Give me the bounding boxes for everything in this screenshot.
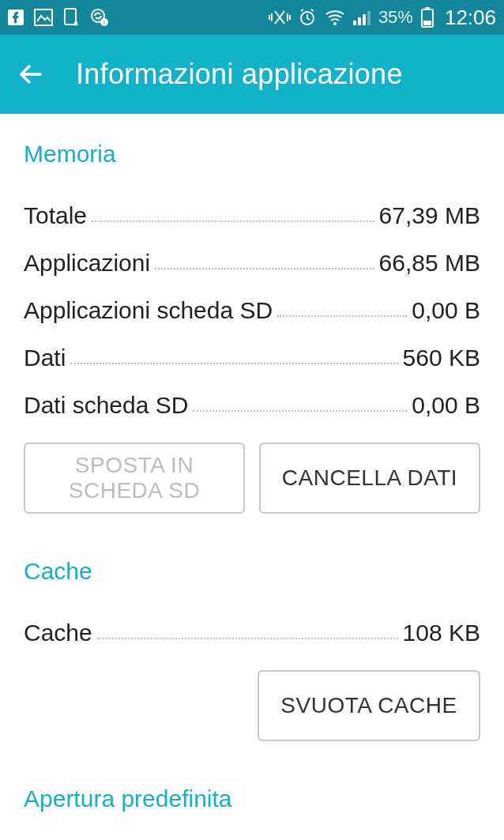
row-data: Dati 560 KB <box>24 345 480 371</box>
row-label: Dati scheda SD <box>24 392 188 419</box>
row-dots <box>97 638 398 639</box>
section-heading-cache: Cache <box>24 558 480 585</box>
row-label: Dati <box>24 345 66 371</box>
svg-rect-9 <box>358 17 361 25</box>
cache-buttons: SVUOTA CACHE <box>24 670 480 741</box>
svg-rect-11 <box>367 11 370 25</box>
clear-data-button[interactable]: CANCELLA DATI <box>259 443 480 514</box>
section-heading-defaults: Apertura predefinita <box>24 785 480 812</box>
row-apps: Applicazioni 66,85 MB <box>24 250 480 277</box>
alarm-icon <box>298 8 317 27</box>
signal-icon <box>353 9 370 25</box>
status-left-icons: i <box>8 8 109 27</box>
battery-percent: 35% <box>378 7 413 28</box>
facebook-icon <box>8 9 24 25</box>
svg-rect-13 <box>425 7 430 9</box>
vibrate-icon <box>269 9 290 26</box>
clear-cache-button[interactable]: SVUOTA CACHE <box>258 670 480 741</box>
status-right-icons: 35% 12:06 <box>269 6 496 30</box>
memory-buttons: SPOSTA IN SCHEDA SD CANCELLA DATI <box>24 443 480 514</box>
row-value: 0,00 B <box>412 392 480 419</box>
svg-rect-8 <box>353 21 356 25</box>
row-label: Applicazioni <box>24 250 150 277</box>
svg-rect-14 <box>423 21 431 25</box>
row-value: 67,39 MB <box>379 202 480 229</box>
svg-rect-10 <box>363 14 366 25</box>
back-button[interactable] <box>16 58 47 90</box>
app-bar: Informazioni applicazione <box>0 35 504 114</box>
row-data-sd: Dati scheda SD 0,00 B <box>24 392 480 419</box>
row-dots <box>155 268 374 269</box>
row-dots <box>193 410 407 412</box>
arrow-left-icon <box>17 59 47 89</box>
row-dots <box>92 220 374 222</box>
battery-icon <box>421 7 434 28</box>
row-total: Totale 67,39 MB <box>24 202 480 229</box>
row-value: 66,85 MB <box>379 250 480 277</box>
clock-text: 12:06 <box>445 6 496 30</box>
page-title: Informazioni applicazione <box>76 58 403 91</box>
status-bar: i 35% 12:06 <box>0 0 504 35</box>
row-value: 560 KB <box>403 345 480 371</box>
svg-text:i: i <box>103 19 105 26</box>
row-cache: Cache 108 KB <box>24 620 480 646</box>
wifi-icon <box>325 9 345 25</box>
row-value: 108 KB <box>403 620 480 646</box>
row-apps-sd: Applicazioni scheda SD 0,00 B <box>24 297 480 324</box>
svg-point-7 <box>333 22 337 25</box>
move-to-sd-button: SPOSTA IN SCHEDA SD <box>24 443 245 514</box>
row-value: 0,00 B <box>412 297 480 324</box>
section-heading-memory: Memoria <box>24 141 480 168</box>
svg-rect-2 <box>65 9 76 24</box>
row-label: Cache <box>24 620 92 646</box>
row-label: Totale <box>24 202 87 229</box>
tablet-sync-icon <box>63 8 79 27</box>
row-dots <box>277 315 407 317</box>
row-dots <box>70 363 397 364</box>
row-label: Applicazioni scheda SD <box>24 297 273 324</box>
content-area: Memoria Totale 67,39 MB Applicazioni 66,… <box>0 114 504 812</box>
sync-notification-icon: i <box>90 8 109 27</box>
picture-icon <box>35 9 52 25</box>
